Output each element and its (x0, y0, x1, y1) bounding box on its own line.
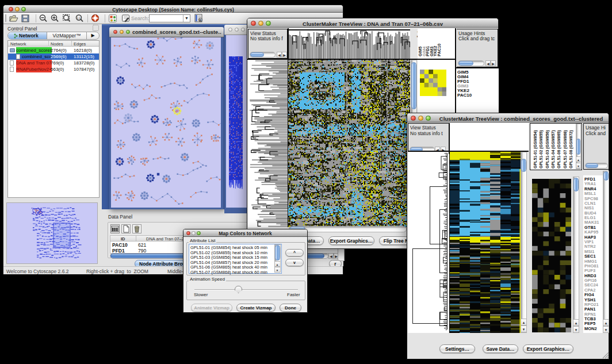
svg-text:B: B (199, 18, 202, 22)
svg-text:1:1: 1:1 (77, 17, 81, 20)
